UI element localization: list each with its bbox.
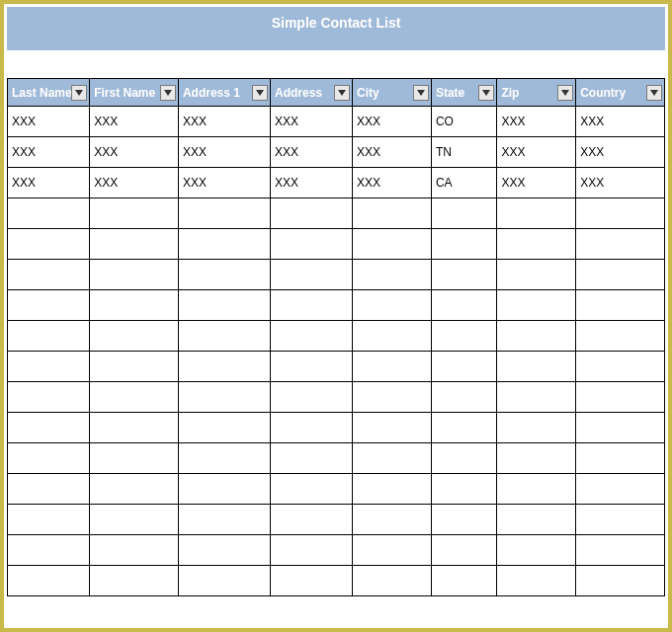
- table-cell-empty[interactable]: [431, 382, 497, 413]
- table-cell-empty[interactable]: [90, 352, 179, 382]
- table-cell-empty[interactable]: [90, 535, 179, 566]
- table-cell-empty[interactable]: [431, 198, 497, 229]
- table-cell[interactable]: XXX: [497, 107, 576, 137]
- table-cell-empty[interactable]: [178, 229, 270, 260]
- table-cell[interactable]: XXX: [576, 107, 665, 137]
- table-cell[interactable]: XXX: [90, 137, 179, 168]
- table-cell[interactable]: CO: [431, 107, 497, 137]
- table-cell-empty[interactable]: [353, 229, 432, 260]
- table-cell-empty[interactable]: [353, 290, 432, 321]
- table-cell-empty[interactable]: [497, 535, 576, 566]
- table-cell-empty[interactable]: [431, 321, 497, 352]
- table-cell-empty[interactable]: [431, 260, 497, 290]
- filter-dropdown-button[interactable]: [71, 85, 87, 101]
- table-cell-empty[interactable]: [497, 413, 576, 443]
- table-cell-empty[interactable]: [353, 382, 432, 413]
- table-cell-empty[interactable]: [353, 352, 432, 382]
- table-cell-empty[interactable]: [497, 260, 576, 290]
- table-cell-empty[interactable]: [576, 229, 665, 260]
- table-cell-empty[interactable]: [353, 321, 432, 352]
- table-cell[interactable]: XXX: [178, 107, 270, 137]
- table-cell-empty[interactable]: [353, 474, 432, 505]
- table-cell-empty[interactable]: [8, 413, 90, 443]
- table-cell-empty[interactable]: [576, 382, 665, 413]
- table-cell-empty[interactable]: [431, 566, 497, 596]
- table-cell[interactable]: XXX: [270, 137, 352, 168]
- table-cell-empty[interactable]: [90, 321, 179, 352]
- filter-dropdown-button[interactable]: [646, 85, 662, 101]
- table-cell-empty[interactable]: [270, 382, 352, 413]
- filter-dropdown-button[interactable]: [252, 85, 268, 101]
- table-cell[interactable]: XXX: [270, 168, 352, 198]
- table-cell-empty[interactable]: [497, 382, 576, 413]
- table-cell-empty[interactable]: [178, 535, 270, 566]
- table-cell-empty[interactable]: [431, 413, 497, 443]
- table-cell-empty[interactable]: [270, 321, 352, 352]
- table-cell-empty[interactable]: [576, 352, 665, 382]
- table-cell-empty[interactable]: [497, 290, 576, 321]
- table-cell-empty[interactable]: [90, 290, 179, 321]
- table-cell-empty[interactable]: [8, 229, 90, 260]
- filter-dropdown-button[interactable]: [413, 85, 429, 101]
- table-cell-empty[interactable]: [576, 321, 665, 352]
- table-cell-empty[interactable]: [497, 474, 576, 505]
- table-cell-empty[interactable]: [8, 260, 90, 290]
- table-cell[interactable]: XXX: [8, 137, 90, 168]
- table-cell-empty[interactable]: [90, 413, 179, 443]
- col-header-country[interactable]: Country: [576, 79, 665, 107]
- table-cell-empty[interactable]: [497, 352, 576, 382]
- table-cell-empty[interactable]: [576, 474, 665, 505]
- table-cell-empty[interactable]: [270, 535, 352, 566]
- table-cell-empty[interactable]: [497, 321, 576, 352]
- table-cell-empty[interactable]: [431, 535, 497, 566]
- table-cell-empty[interactable]: [8, 566, 90, 596]
- table-cell[interactable]: XXX: [8, 107, 90, 137]
- table-cell-empty[interactable]: [270, 198, 352, 229]
- table-cell[interactable]: XXX: [497, 168, 576, 198]
- table-cell-empty[interactable]: [178, 198, 270, 229]
- table-cell-empty[interactable]: [90, 382, 179, 413]
- table-cell-empty[interactable]: [431, 229, 497, 260]
- table-cell[interactable]: TN: [431, 137, 497, 168]
- filter-dropdown-button[interactable]: [478, 85, 494, 101]
- table-cell[interactable]: XXX: [353, 107, 432, 137]
- table-cell-empty[interactable]: [8, 535, 90, 566]
- table-cell-empty[interactable]: [8, 321, 90, 352]
- table-cell-empty[interactable]: [90, 260, 179, 290]
- table-cell-empty[interactable]: [576, 413, 665, 443]
- col-header-city[interactable]: City: [353, 79, 432, 107]
- col-header-first-name[interactable]: First Name: [90, 79, 179, 107]
- table-cell-empty[interactable]: [270, 443, 352, 474]
- col-header-zip[interactable]: Zip: [497, 79, 576, 107]
- table-cell-empty[interactable]: [8, 474, 90, 505]
- table-cell-empty[interactable]: [270, 352, 352, 382]
- table-cell-empty[interactable]: [576, 535, 665, 566]
- table-cell-empty[interactable]: [497, 198, 576, 229]
- table-cell-empty[interactable]: [431, 474, 497, 505]
- table-cell-empty[interactable]: [178, 290, 270, 321]
- table-cell-empty[interactable]: [178, 566, 270, 596]
- table-cell[interactable]: XXX: [353, 168, 432, 198]
- table-cell-empty[interactable]: [497, 505, 576, 535]
- table-cell[interactable]: XXX: [270, 107, 352, 137]
- table-cell-empty[interactable]: [576, 198, 665, 229]
- table-cell-empty[interactable]: [90, 566, 179, 596]
- table-cell-empty[interactable]: [576, 290, 665, 321]
- table-cell-empty[interactable]: [178, 474, 270, 505]
- table-cell-empty[interactable]: [353, 413, 432, 443]
- filter-dropdown-button[interactable]: [557, 85, 573, 101]
- table-cell-empty[interactable]: [8, 198, 90, 229]
- table-cell-empty[interactable]: [178, 505, 270, 535]
- table-cell-empty[interactable]: [178, 443, 270, 474]
- table-cell-empty[interactable]: [8, 382, 90, 413]
- table-cell-empty[interactable]: [90, 229, 179, 260]
- table-cell-empty[interactable]: [270, 229, 352, 260]
- table-cell-empty[interactable]: [576, 260, 665, 290]
- table-cell-empty[interactable]: [576, 443, 665, 474]
- table-cell-empty[interactable]: [178, 352, 270, 382]
- table-cell[interactable]: XXX: [353, 137, 432, 168]
- table-cell-empty[interactable]: [270, 290, 352, 321]
- table-cell-empty[interactable]: [431, 290, 497, 321]
- table-cell[interactable]: XXX: [497, 137, 576, 168]
- table-cell-empty[interactable]: [497, 443, 576, 474]
